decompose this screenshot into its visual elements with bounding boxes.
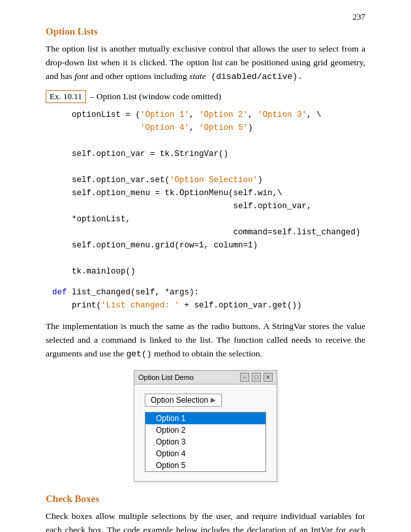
code-line-3: self.option_var = tk.StringVar(): [72, 148, 365, 161]
option-menu-label: Option Selection: [151, 396, 208, 405]
window-titlebar: Option List Demo – □ ✕: [134, 371, 277, 384]
code-string: 'Option 1': [140, 110, 189, 119]
minimize-button[interactable]: –: [240, 373, 249, 382]
page: 237 Option Lists The option list is anot…: [0, 0, 411, 532]
window-controls: – □ ✕: [240, 373, 273, 382]
close-button[interactable]: ✕: [264, 373, 273, 382]
code-line-5: self.option_menu = tk.OptionMenu(self.wi…: [72, 187, 365, 200]
code-line-1: optionList = ('Option 1', 'Option 2', 'O…: [72, 108, 365, 121]
option-menu-box[interactable]: Option Selection ▶: [145, 394, 222, 407]
code-block-2: def list_changed(self, *args): print('Li…: [52, 286, 365, 312]
para2-rest: method to obtain the selection.: [152, 349, 262, 358]
option-menu-row: Option Selection ▶: [145, 394, 266, 407]
para2-code: get(): [126, 349, 151, 359]
para1-code: (disabled/active).: [206, 72, 303, 82]
list-item-4[interactable]: Option 4: [145, 448, 266, 460]
window-title: Option List Demo: [138, 373, 194, 381]
dropdown-arrow-icon: ▶: [211, 396, 216, 403]
code-def-line: def list_changed(self, *args):: [52, 286, 365, 299]
example-label-text: – Option List (window code omitted): [90, 91, 221, 102]
screenshot-container: Option List Demo – □ ✕ Option Selection …: [46, 370, 365, 482]
section-heading-check-boxes: Check Boxes: [46, 493, 365, 505]
code-line-blank2: [72, 161, 365, 174]
maximize-button[interactable]: □: [252, 373, 261, 382]
section1-para2: The implementation is much the same as t…: [46, 320, 365, 361]
option-list-box: Option 1 Option 2 Option 3 Option 4 Opti…: [145, 412, 266, 472]
code-text: optionList = (: [72, 110, 140, 119]
section2-para1: Check boxes allow multiple selections by…: [46, 510, 365, 532]
list-item-1[interactable]: Option 1: [145, 413, 266, 424]
code-line-7: command=self.list_changed): [72, 226, 365, 239]
para1-italic2: state: [189, 71, 206, 81]
code-block-1: optionList = ('Option 1', 'Option 2', 'O…: [72, 108, 365, 278]
list-item-2[interactable]: Option 2: [145, 424, 266, 436]
para1-italic: font: [74, 71, 88, 81]
code-line-9: tk.mainloop(): [72, 265, 365, 278]
option-list-demo-window: Option List Demo – □ ✕ Option Selection …: [134, 370, 277, 482]
section-heading-option-lists: Option Lists: [46, 26, 365, 37]
code-print-line: print('List changed: ' + self.option_var…: [52, 299, 365, 312]
code-line-blank1: [72, 134, 365, 148]
code-line-4: self.option_var.set('Option Selection'): [72, 174, 365, 187]
example-label: Ex. 10.11: [46, 90, 86, 103]
code-line-8: self.option_menu.grid(row=1, column=1): [72, 239, 365, 252]
code-line-2: 'Option 4', 'Option 5'): [72, 121, 365, 134]
section1-para1: The option list is another mutually excl…: [46, 42, 365, 84]
page-number: 237: [353, 12, 366, 22]
example-label-line: Ex. 10.11 – Option List (window code omi…: [46, 90, 365, 103]
code-line-blank3: [72, 252, 365, 265]
list-item-5[interactable]: Option 5: [145, 460, 266, 471]
para1-text2: and other options including: [88, 71, 189, 81]
code-line-6: self.option_var, *optionList,: [72, 200, 365, 226]
window-body: Option Selection ▶ Option 1 Option 2 Opt…: [134, 384, 277, 481]
list-item-3[interactable]: Option 3: [145, 436, 266, 448]
